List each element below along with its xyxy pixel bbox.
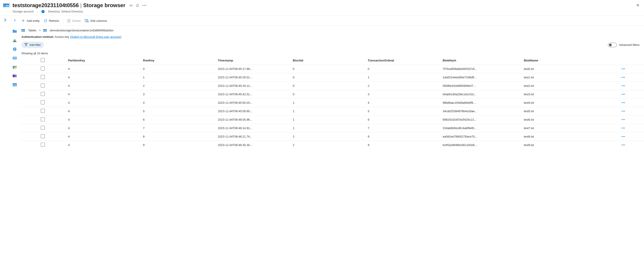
pin-icon[interactable] <box>129 3 132 7</box>
col-header-blobhash[interactable]: BlobHash <box>440 56 522 65</box>
refresh-button[interactable]: Refresh <box>44 19 59 22</box>
row-checkbox[interactable] <box>41 109 45 113</box>
svg-rect-5 <box>13 41 16 42</box>
row-more-icon[interactable]: ••• <box>603 107 644 115</box>
favorite-icon[interactable] <box>136 3 139 7</box>
svg-rect-13 <box>13 75 14 77</box>
info-icon: i <box>42 10 44 13</box>
row-checkbox[interactable] <box>41 100 45 104</box>
nav-blob-icon[interactable] <box>13 56 17 60</box>
col-header-transactionordinal[interactable]: TransactionOrdinal <box>366 56 440 65</box>
col-header-rowkey[interactable]: RowKey <box>141 56 216 65</box>
cell-partitionkey: 4 <box>66 65 140 73</box>
row-more-icon[interactable]: ••• <box>603 115 644 124</box>
refresh-icon <box>44 19 47 22</box>
cell-blobhash: e5ab61d0a2b8c1dccf1d... <box>440 90 522 99</box>
table-row[interactable]: 412023-11-04T06:45:26.51...011da5314efa3… <box>20 73 644 82</box>
nav-tables-icon[interactable] <box>13 83 17 87</box>
row-more-icon[interactable]: ••• <box>603 132 644 141</box>
svg-rect-9 <box>13 57 16 59</box>
cell-rowkey: 9 <box>141 141 216 149</box>
table-row[interactable]: 472023-11-04T06:46:14.91...17316ab6bfdcd… <box>20 124 644 132</box>
expand-left-rail-icon[interactable] <box>3 18 7 22</box>
cell-rowkey: 2 <box>141 82 216 90</box>
add-entity-button[interactable]: Add entity <box>22 19 40 22</box>
more-icon[interactable]: ••• <box>142 4 147 7</box>
row-checkbox[interactable] <box>41 75 45 79</box>
svg-rect-1 <box>3 3 9 4</box>
nav-queues-icon[interactable] <box>13 74 17 78</box>
cell-blockid: 1 <box>290 124 366 132</box>
cell-blobhash: bc65a28846bc901182e6... <box>440 141 522 149</box>
table-row[interactable]: 432023-11-04T06:45:42.51...03e5ab61d0a2b… <box>20 90 644 99</box>
cell-rowkey: 6 <box>141 115 216 124</box>
cell-rowkey: 0 <box>141 65 216 73</box>
row-more-icon[interactable]: ••• <box>603 65 644 73</box>
row-checkbox[interactable] <box>41 134 45 138</box>
cell-blobhash: 1da5314efa380e7336dff... <box>440 73 522 82</box>
row-checkbox[interactable] <box>41 143 45 147</box>
switch-auth-link[interactable]: (Switch to Microsoft Entra user account) <box>70 35 121 38</box>
row-checkbox[interactable] <box>41 126 45 130</box>
cell-rowkey: 4 <box>141 99 216 107</box>
close-icon[interactable]: ✕ <box>636 3 640 8</box>
resource-type: Storage account <box>12 10 34 13</box>
table-row[interactable]: 462023-11-04T06:46:05.96...16698242d1fd7… <box>20 115 644 124</box>
advanced-filters-toggle[interactable] <box>608 43 617 47</box>
row-more-icon[interactable]: ••• <box>603 73 644 82</box>
cell-blockid: 2 <box>290 132 366 141</box>
col-header-timestamp[interactable]: Timestamp <box>216 56 290 65</box>
add-filter-button[interactable]: Add filter <box>22 42 44 48</box>
cell-transactionordinal: 3 <box>366 90 440 99</box>
row-more-icon[interactable]: ••• <box>603 99 644 107</box>
cell-blobhash: 698242d1fd7dc5425c13... <box>440 115 522 124</box>
cell-partitionkey: 4 <box>66 124 140 132</box>
cell-blobhash: 7f74ca959a6dd30f167c6... <box>440 65 522 73</box>
select-all-checkbox[interactable] <box>41 58 45 62</box>
cell-partitionkey: 4 <box>66 107 140 115</box>
cell-blobname: test3.txt <box>522 90 603 99</box>
cell-blobhash: 316ab6bfdcd614a8f8ef8... <box>440 124 522 132</box>
cell-blockid: 1 <box>290 107 366 115</box>
row-more-icon[interactable]: ••• <box>603 141 644 149</box>
table-row[interactable]: 442023-11-04T06:45:50.03...149f8d8dac193… <box>20 99 644 107</box>
plus-icon <box>22 19 25 22</box>
table-row[interactable]: 452023-11-04T06:45:56.65...1534cdd253849… <box>20 107 644 115</box>
expand-nav-icon[interactable] <box>13 18 17 22</box>
filter-icon <box>24 43 28 47</box>
cell-transactionordinal: 4 <box>366 99 440 107</box>
svg-rect-2 <box>6 5 9 7</box>
table-row[interactable]: 402023-11-04T06:45:17.89...007f74ca959a6… <box>20 65 644 73</box>
row-checkbox[interactable] <box>41 117 45 121</box>
row-checkbox[interactable] <box>41 66 45 70</box>
row-more-icon[interactable]: ••• <box>603 90 644 99</box>
table-row[interactable]: 422023-11-04T06:45:34.12...0205bf8e442b8… <box>20 82 644 90</box>
nav-favorites-icon[interactable] <box>13 38 17 42</box>
cell-blobname: test1.txt <box>522 73 603 82</box>
breadcrumb: Tables demoteststorage1testcontainer1e5d… <box>20 25 644 32</box>
cell-blockid: 2 <box>290 141 366 149</box>
cell-transactionordinal: 9 <box>366 141 440 149</box>
col-header-blobname[interactable]: BlobName <box>522 56 603 65</box>
cell-partitionkey: 4 <box>66 82 140 90</box>
cell-partitionkey: 4 <box>66 90 140 99</box>
col-header-blockid[interactable]: BlockId <box>290 56 366 65</box>
cell-transactionordinal: 8 <box>366 132 440 141</box>
row-checkbox[interactable] <box>41 92 45 96</box>
row-more-icon[interactable]: ••• <box>603 82 644 90</box>
page-title: teststorage20231104t0556 | Storage brows… <box>12 2 126 8</box>
cell-blobname: test4.txt <box>522 99 603 107</box>
cell-partitionkey: 4 <box>66 115 140 124</box>
nav-containers-icon[interactable] <box>13 29 17 33</box>
nav-settings-icon[interactable] <box>13 47 17 51</box>
edit-columns-button[interactable]: Edit columns <box>85 19 107 22</box>
storage-name: teststorage20231104t0556 <box>12 2 79 8</box>
row-more-icon[interactable]: ••• <box>603 124 644 132</box>
table-row[interactable]: 482023-11-04T06:46:21.74...28ea082ed7880… <box>20 132 644 141</box>
table-row[interactable]: 492023-11-04T06:46:30.30...29bc65a28846b… <box>20 141 644 149</box>
cell-timestamp: 2023-11-04T06:46:30.30... <box>216 141 290 149</box>
nav-fileshare-icon[interactable] <box>13 65 17 69</box>
breadcrumb-tables[interactable]: Tables <box>28 29 36 32</box>
row-checkbox[interactable] <box>41 83 45 87</box>
col-header-partitionkey[interactable]: PartitionKey <box>66 56 140 65</box>
